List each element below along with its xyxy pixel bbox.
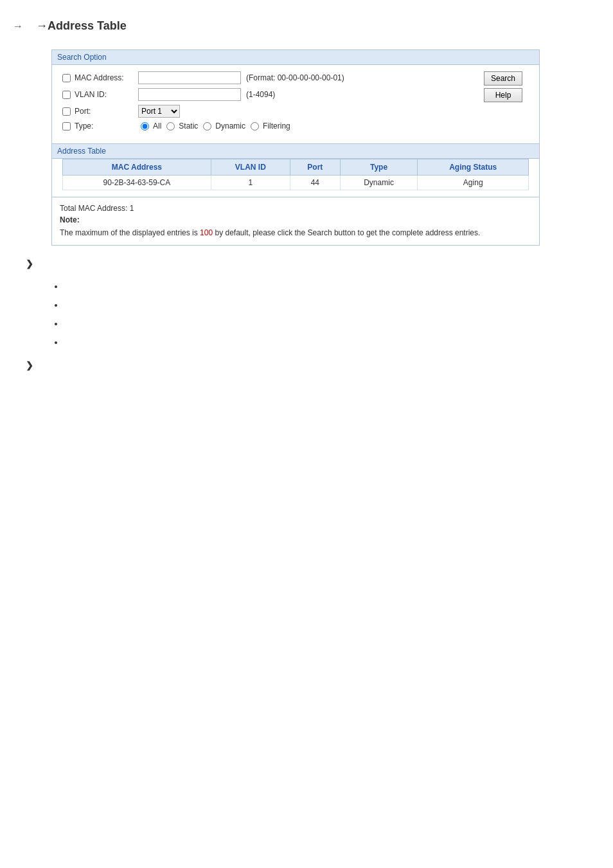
search-button[interactable]: Search (484, 71, 522, 86)
address-table: MAC Address VLAN ID Port Type Aging Stat… (62, 159, 529, 190)
bullet-item-3 (64, 319, 600, 329)
vlan-id-row: VLAN ID: (1-4094) (62, 88, 484, 101)
type-static-label: Static (179, 122, 198, 131)
nav-arrow: → (13, 21, 23, 32)
mac-label-cell: MAC Address: (62, 73, 133, 82)
note-suffix: by default, please click the Search butt… (213, 228, 480, 237)
type-all-label: All (153, 122, 161, 131)
mac-address-label: MAC Address: (75, 73, 124, 82)
main-container: Search Option MAC Address: (Format: 00-0… (51, 50, 540, 246)
bullet-item-4 (64, 338, 600, 347)
type-radio-static[interactable] (166, 122, 175, 131)
help-button[interactable]: Help (484, 88, 522, 102)
footer-section: Total MAC Address: 1 Note: The maximum o… (52, 197, 539, 245)
type-radio-group: All Static Dynamic Filtering (138, 122, 290, 131)
table-header-row: MAC Address VLAN ID Port Type Aging Stat… (63, 159, 529, 176)
type-row: Type: All Static Dynamic Filtering (62, 122, 484, 131)
cell-mac_address: 90-2B-34-63-59-CA (63, 176, 211, 190)
table-row: 90-2B-34-63-59-CA144DynamicAging (63, 176, 529, 190)
col-vlan-id: VLAN ID (211, 159, 290, 176)
mac-address-row: MAC Address: (Format: 00-00-00-00-00-01) (62, 71, 484, 84)
arrow-indicator-2: ❯ (26, 360, 600, 370)
note-label: Note: (60, 215, 531, 224)
type-label: Type: (75, 122, 93, 131)
search-option-header: Search Option (52, 50, 539, 65)
note-prefix: The maximum of the displayed entries is (60, 228, 200, 237)
mac-address-hint: (Format: 00-00-00-00-00-01) (246, 73, 344, 82)
port-select[interactable]: Port 1 (138, 105, 180, 118)
vlan-label-cell: VLAN ID: (62, 90, 133, 99)
total-mac-address: Total MAC Address: 1 (60, 204, 531, 213)
col-mac-address: MAC Address (63, 159, 211, 176)
search-section: MAC Address: (Format: 00-00-00-00-00-01)… (52, 65, 539, 143)
col-type: Type (340, 159, 418, 176)
bullet-item-2 (64, 300, 600, 310)
cell-aging_status: Aging (418, 176, 529, 190)
vlan-id-input[interactable] (138, 88, 241, 101)
type-radio-filtering[interactable] (251, 122, 259, 131)
bullet-item-1 (64, 282, 600, 291)
vlan-id-checkbox[interactable] (62, 91, 71, 99)
col-aging-status: Aging Status (418, 159, 529, 176)
type-radio-all[interactable] (141, 122, 149, 131)
bullet-list (64, 282, 600, 347)
type-dynamic-label: Dynamic (215, 122, 245, 131)
type-radio-dynamic[interactable] (203, 122, 211, 131)
port-checkbox[interactable] (62, 107, 71, 116)
port-label: Port: (75, 107, 91, 116)
address-table-wrapper: MAC Address VLAN ID Port Type Aging Stat… (52, 159, 539, 197)
mac-address-checkbox[interactable] (62, 74, 71, 82)
type-label-cell: Type: (62, 122, 133, 131)
cell-port: 44 (290, 176, 340, 190)
col-port: Port (290, 159, 340, 176)
type-checkbox[interactable] (62, 122, 71, 131)
arrow-indicator-1: ❯ (26, 258, 600, 269)
note-highlight: 100 (200, 228, 213, 237)
address-table-header: Address Table (52, 143, 539, 159)
port-row: Port: Port 1 (62, 105, 484, 118)
note-text: The maximum of the displayed entries is … (60, 227, 531, 239)
page-title: →Address Table (36, 19, 127, 33)
vlan-id-hint: (1-4094) (246, 90, 275, 99)
action-buttons: Search Help (484, 71, 529, 102)
port-label-cell: Port: (62, 107, 133, 116)
mac-address-input[interactable] (138, 71, 241, 84)
page-header: → →Address Table (13, 13, 600, 39)
cell-vlan_id: 1 (211, 176, 290, 190)
vlan-id-label: VLAN ID: (75, 90, 107, 99)
cell-type: Dynamic (340, 176, 418, 190)
type-filtering-label: Filtering (263, 122, 290, 131)
form-fields: MAC Address: (Format: 00-00-00-00-00-01)… (62, 71, 484, 134)
